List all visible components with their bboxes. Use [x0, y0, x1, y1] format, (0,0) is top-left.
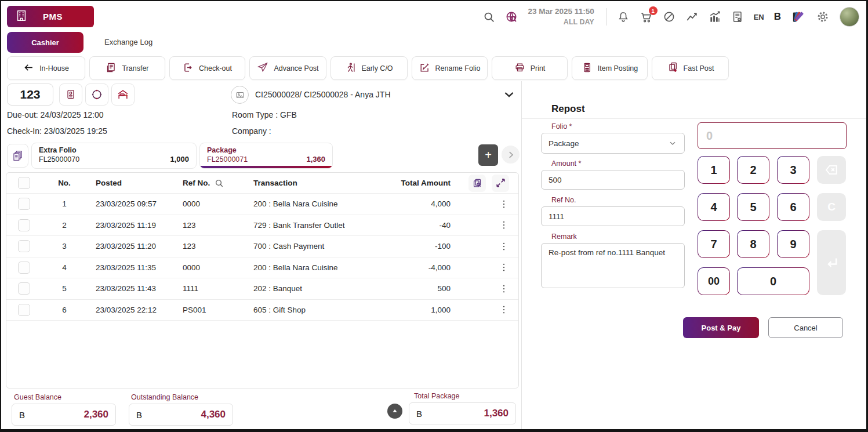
add-folio-button[interactable]: +	[478, 144, 498, 166]
guest-photo-placeholder[interactable]	[231, 86, 249, 104]
room-bed-button[interactable]	[111, 84, 135, 106]
folio-list-button[interactable]	[7, 144, 28, 168]
folio-scroll-right-button[interactable]	[502, 146, 520, 164]
key-9[interactable]: 9	[777, 230, 809, 258]
row-menu-icon[interactable]	[499, 284, 509, 294]
tab-cashier[interactable]: Cashier	[7, 32, 83, 53]
key-6[interactable]: 6	[777, 193, 809, 221]
key-5[interactable]: 5	[737, 193, 769, 221]
row-menu-icon[interactable]	[499, 241, 509, 252]
tab-exchange-log-label: Exchange Log	[104, 38, 152, 46]
folio-tab-extra[interactable]: Extra Folio FL25000070 1,000	[31, 143, 197, 169]
advance-post-button[interactable]: Advance Post	[249, 56, 326, 80]
currency-selector[interactable]: B	[774, 11, 781, 23]
table-row[interactable]: 5 23/03/2025 11:43 1111 202 : Banquet 50…	[6, 278, 518, 300]
amount-field-label: Amount *	[551, 159, 581, 168]
row-menu-icon[interactable]	[499, 262, 509, 273]
key-0[interactable]: 0	[737, 267, 809, 295]
building-icon	[15, 9, 28, 24]
row-menu-icon[interactable]	[499, 220, 509, 230]
bell-icon[interactable]	[617, 10, 630, 23]
header-no: No.	[47, 179, 82, 187]
header-amount: Total Amount	[377, 179, 453, 187]
globe-search-icon[interactable]	[505, 10, 518, 24]
block-icon[interactable]	[663, 10, 675, 23]
enter-key[interactable]	[817, 230, 846, 295]
ref-input[interactable]	[541, 206, 685, 226]
key-00[interactable]: 00	[698, 267, 730, 295]
check-out-button[interactable]: Check-out	[169, 56, 245, 80]
toolbar-label: Item Posting	[598, 64, 638, 72]
fast-post-button[interactable]: Fast Post	[652, 56, 729, 80]
key-8[interactable]: 8	[737, 230, 769, 258]
row-checkbox[interactable]	[18, 240, 30, 252]
amount-input[interactable]	[541, 170, 685, 190]
row-menu-icon[interactable]	[499, 199, 509, 209]
tab-exchange-log[interactable]: Exchange Log	[104, 38, 152, 46]
id-card-icon	[65, 89, 77, 100]
room-number-box[interactable]: 123	[7, 84, 53, 106]
guest-confirmation: CI25000028/ CI25000028 - Anya JTH	[255, 90, 391, 99]
key-1[interactable]: 1	[698, 156, 730, 184]
runner-icon	[345, 62, 356, 75]
gear-icon[interactable]	[816, 10, 830, 24]
remark-textarea[interactable]: Re-post from ref no.1111 Banquet	[541, 243, 685, 288]
row-checkbox[interactable]	[18, 219, 30, 231]
user-avatar[interactable]	[840, 7, 859, 27]
toolbar-label: Transfer	[122, 64, 148, 72]
language-selector[interactable]: EN	[754, 13, 764, 21]
header-transaction: Transaction	[244, 179, 377, 187]
folio-select-value: Package	[549, 139, 579, 148]
search-icon[interactable]	[483, 11, 495, 23]
row-menu-icon[interactable]	[499, 304, 509, 315]
transfer-button[interactable]: Transfer	[89, 56, 165, 80]
palette-icon[interactable]	[791, 9, 806, 24]
sync-button[interactable]	[85, 84, 108, 106]
cart-icon[interactable]: 1	[640, 10, 653, 24]
table-row[interactable]: 2 23/03/2025 11:19 123 729 : Bank Transf…	[6, 215, 518, 237]
key-7[interactable]: 7	[698, 230, 730, 258]
select-all-checkbox[interactable]	[18, 177, 30, 189]
ref-search-icon[interactable]	[215, 179, 224, 188]
row-checkbox[interactable]	[18, 262, 30, 274]
clear-key[interactable]: C	[817, 193, 846, 221]
total-package-value: 1,360	[484, 408, 509, 419]
copy-search-button[interactable]	[468, 175, 486, 192]
cell-posted: 23/03/2025 11:35	[82, 263, 175, 272]
guest-card-button[interactable]	[59, 84, 82, 106]
bar-chart-icon[interactable]	[708, 10, 721, 24]
print-button[interactable]: Print	[492, 56, 568, 80]
line-chart-icon[interactable]	[685, 10, 698, 23]
key-2[interactable]: 2	[737, 156, 769, 184]
pencil-icon	[419, 62, 430, 75]
row-checkbox[interactable]	[18, 198, 30, 210]
app-logo[interactable]: PMS	[7, 6, 94, 27]
backspace-icon	[824, 162, 839, 177]
app-logo-label: PMS	[43, 12, 63, 21]
expand-icon[interactable]	[492, 175, 509, 192]
key-3[interactable]: 3	[777, 156, 809, 184]
rename-folio-button[interactable]: Rename Folio	[412, 56, 488, 80]
in-house-button[interactable]: In-House	[7, 56, 85, 80]
guest-balance-box: B 2,360	[12, 404, 116, 426]
cell-posted: 23/03/2025 09:57	[82, 199, 175, 208]
folio-tab-package[interactable]: Package FL25000071 1,360	[199, 143, 333, 169]
folio-amount: 1,360	[306, 155, 325, 164]
table-row[interactable]: 4 23/03/2025 11:35 0000 200 : Bella Nara…	[6, 257, 518, 279]
row-checkbox[interactable]	[18, 304, 30, 316]
item-posting-button[interactable]: Item Posting	[572, 56, 648, 80]
row-checkbox[interactable]	[18, 282, 30, 295]
table-row[interactable]: 6 23/03/2025 22:12 PS001 605 : Gift Shop…	[6, 300, 518, 321]
early-co-button[interactable]: Early C/O	[331, 56, 408, 80]
cancel-button[interactable]: Cancel	[768, 317, 843, 338]
numpad-display[interactable]	[698, 122, 847, 149]
guest-chevron-down-icon[interactable]	[502, 88, 516, 104]
table-row[interactable]: 1 23/03/2025 09:57 0000 200 : Bella Nara…	[6, 194, 518, 215]
post-and-pay-button[interactable]: Post & Pay	[683, 317, 759, 338]
folio-select[interactable]: Package	[541, 133, 685, 154]
collapse-up-button[interactable]	[387, 404, 402, 419]
key-4[interactable]: 4	[698, 193, 730, 221]
table-row[interactable]: 3 23/03/2025 11:20 123 700 : Cash Paymen…	[6, 236, 518, 257]
report-icon[interactable]	[731, 10, 744, 23]
backspace-key[interactable]	[817, 156, 846, 184]
